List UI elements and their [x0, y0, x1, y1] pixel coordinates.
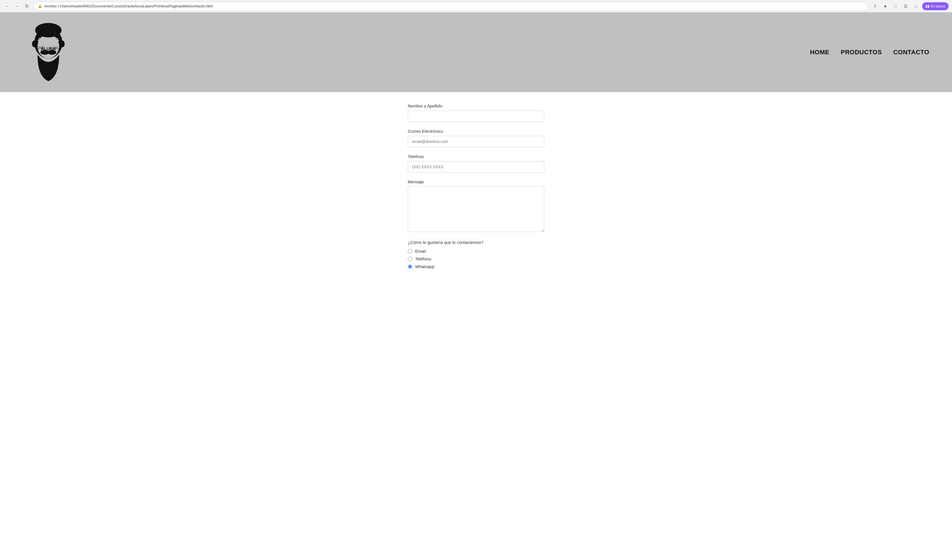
nav-productos[interactable]: PRODUCTOS: [841, 49, 882, 56]
svg-text:2020: 2020: [54, 46, 58, 48]
contact-form-container: Nombre y Apellido Correo Electrónico Tel…: [408, 103, 544, 269]
extensions-button[interactable]: ☰: [902, 2, 910, 10]
radio-telefono-label: Teléfono: [415, 256, 431, 261]
address-bar[interactable]: 🔒 Archivo | /Users/master9401/Documents/…: [34, 2, 868, 11]
address-icon: 🔒: [38, 4, 42, 8]
telefono-group: Telefono: [408, 154, 544, 173]
telefono-input[interactable]: [408, 161, 544, 173]
tab-button[interactable]: □: [892, 2, 899, 10]
svg-point-7: [32, 41, 37, 48]
email-input[interactable]: [408, 136, 544, 147]
browser-actions: ⇧ ★ □ ☰ □ ▮▮ En pausa: [871, 2, 949, 10]
logo-area: ÁLURA ESTD 2020: [23, 21, 74, 83]
contact-method-section: ¿Cómo le gustaría que lo contactemos? Em…: [408, 240, 544, 269]
main-content: Nombre y Apellido Correo Electrónico Tel…: [0, 92, 952, 280]
radio-email[interactable]: Email: [408, 249, 544, 253]
forward-button[interactable]: →: [13, 2, 21, 10]
svg-point-8: [60, 41, 65, 48]
mensaje-group: Mensaje: [408, 179, 544, 233]
radio-email-input[interactable]: [408, 249, 412, 253]
radio-whatsapp-label: Whatsapp: [415, 264, 434, 269]
browser-chrome: ← → ↻ 🔒 Archivo | /Users/master9401/Docu…: [0, 0, 952, 12]
email-label: Correo Electrónico: [408, 129, 544, 134]
radio-group: Email Teléfono Whatsapp: [408, 249, 544, 269]
bookmark-button[interactable]: ★: [881, 2, 889, 10]
mensaje-label: Mensaje: [408, 179, 544, 184]
nav-contacto[interactable]: CONTACTO: [893, 49, 929, 56]
nombre-input[interactable]: [408, 111, 544, 122]
site-header: ÁLURA ESTD 2020 HOME PRODUCTOS CONTACTO: [0, 12, 952, 92]
radio-whatsapp[interactable]: Whatsapp: [408, 264, 544, 269]
mensaje-textarea[interactable]: [408, 187, 544, 232]
nombre-group: Nombre y Apellido: [408, 103, 544, 122]
pause-icon: ▮▮: [926, 4, 930, 8]
nombre-label: Nombre y Apellido: [408, 103, 544, 108]
profile-button[interactable]: □: [912, 2, 920, 10]
pause-label: En pausa: [931, 4, 945, 8]
alura-logo: ÁLURA ESTD 2020: [23, 21, 74, 83]
contact-method-question: ¿Cómo le gustaría que lo contactemos?: [408, 240, 544, 245]
reload-button[interactable]: ↻: [23, 2, 31, 10]
radio-telefono-input[interactable]: [408, 257, 412, 261]
svg-point-9: [35, 23, 62, 37]
radio-whatsapp-input[interactable]: [408, 264, 412, 269]
email-group: Correo Electrónico: [408, 129, 544, 147]
radio-telefono[interactable]: Teléfono: [408, 256, 544, 261]
back-button[interactable]: ←: [3, 2, 11, 10]
address-text: Archivo | /Users/master9401/Documents/Cu…: [44, 4, 864, 8]
browser-nav-buttons: ← → ↻: [3, 2, 31, 10]
pause-button[interactable]: ▮▮ En pausa: [922, 2, 949, 10]
nav-home[interactable]: HOME: [810, 49, 830, 56]
svg-text:ESTD: ESTD: [39, 46, 44, 48]
radio-email-label: Email: [415, 249, 426, 253]
nav-menu: HOME PRODUCTOS CONTACTO: [810, 49, 929, 56]
telefono-label: Telefono: [408, 154, 544, 159]
share-button[interactable]: ⇧: [871, 2, 879, 10]
